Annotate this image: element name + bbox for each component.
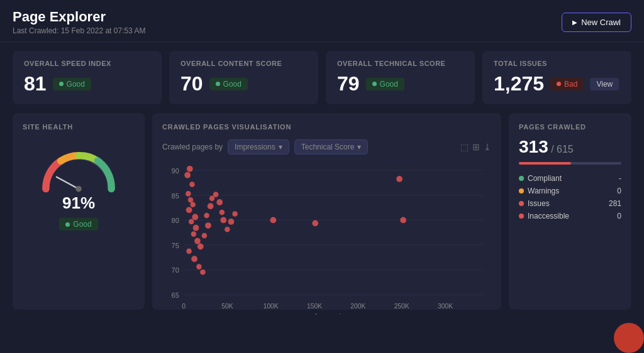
svg-text:70: 70 bbox=[172, 266, 179, 274]
scatter-chart: 90 85 80 75 70 65 0 50K 100K 150K 200K 2 bbox=[162, 160, 491, 315]
svg-point-39 bbox=[202, 233, 208, 239]
dot-speed bbox=[59, 82, 64, 86]
svg-text:80: 80 bbox=[172, 217, 179, 224]
gauge-svg bbox=[31, 140, 126, 197]
stat-val-issues: 281 bbox=[609, 199, 621, 208]
svg-point-48 bbox=[225, 227, 230, 232]
svg-point-36 bbox=[196, 264, 202, 269]
metric-label-speed: OVERALL SPEED INDEX bbox=[24, 60, 150, 67]
chevron-down-icon-1: ▾ bbox=[279, 143, 282, 151]
metric-value-row-content: 70 Good bbox=[180, 72, 307, 95]
svg-point-50 bbox=[232, 211, 238, 217]
svg-point-29 bbox=[192, 214, 198, 220]
expand-icon[interactable]: ⬚ bbox=[460, 142, 469, 152]
pages-progress-bar bbox=[519, 162, 621, 165]
svg-point-31 bbox=[193, 225, 199, 231]
svg-point-24 bbox=[189, 182, 195, 187]
svg-text:150K: 150K bbox=[307, 303, 322, 310]
badge-label-issues: Bad bbox=[564, 80, 577, 89]
metric-content-score: OVERALL CONTENT SCORE 70 Good bbox=[169, 51, 318, 104]
svg-point-46 bbox=[219, 210, 225, 215]
stat-val-inaccessible: 0 bbox=[617, 212, 621, 220]
metric-value-row-speed: 81 Good bbox=[24, 72, 150, 95]
svg-point-38 bbox=[197, 244, 204, 250]
pages-crawled-label: PAGES CRAWLED bbox=[519, 123, 621, 131]
svg-point-37 bbox=[200, 269, 206, 275]
metrics-row: OVERALL SPEED INDEX 81 Good OVERALL CONT… bbox=[0, 42, 644, 113]
gauge-percent: 91% bbox=[62, 193, 95, 213]
technical-score-dropdown[interactable]: Technical Score ▾ bbox=[294, 139, 369, 155]
metric-total-issues: TOTAL ISSUES 1,275 Bad View bbox=[482, 51, 631, 104]
svg-point-40 bbox=[205, 222, 211, 229]
page-header: Page Explorer Last Crawled: 15 Feb 2022 … bbox=[0, 0, 644, 42]
svg-point-25 bbox=[186, 191, 191, 197]
svg-point-53 bbox=[396, 176, 402, 182]
svg-point-52 bbox=[312, 220, 318, 226]
grid-icon[interactable]: ⊞ bbox=[472, 142, 480, 152]
pages-crawled-card: PAGES CRAWLED 313 / 615 Compliant - Warn… bbox=[509, 113, 631, 310]
play-icon: ▶ bbox=[572, 19, 577, 26]
svg-text:250K: 250K bbox=[394, 303, 409, 310]
svg-text:90: 90 bbox=[172, 167, 179, 175]
badge-technical: Good bbox=[366, 78, 404, 90]
metric-technical-score: OVERALL TECHNICAL SCORE 79 Good bbox=[326, 51, 475, 104]
svg-point-27 bbox=[186, 207, 192, 213]
stat-row-warnings: Warnings 0 bbox=[519, 185, 621, 197]
svg-point-35 bbox=[191, 256, 197, 262]
metric-val-speed: 81 bbox=[24, 72, 47, 95]
svg-text:Impressions: Impressions bbox=[315, 312, 352, 315]
svg-point-22 bbox=[184, 172, 191, 178]
svg-point-43 bbox=[209, 195, 215, 201]
crawled-by-label: Crawled pages by bbox=[162, 143, 223, 151]
dot-warnings bbox=[519, 188, 524, 193]
stat-name-compliant: Compliant bbox=[528, 174, 562, 183]
chevron-down-icon-2: ▾ bbox=[357, 143, 361, 151]
metric-val-content: 70 bbox=[180, 72, 203, 95]
vis-icon-group: ⬚ ⊞ ⤓ bbox=[460, 142, 491, 152]
stat-row-inaccessible: Inaccessible 0 bbox=[519, 210, 621, 222]
dot-issues bbox=[557, 82, 561, 86]
site-health-badge: Good bbox=[59, 218, 97, 231]
pages-crawled-total: / 615 bbox=[551, 144, 574, 155]
stats-list: Compliant - Warnings 0 Issues 281 bbox=[519, 172, 621, 222]
technical-score-label: Technical Score bbox=[301, 143, 355, 151]
site-health-label: SITE HEALTH bbox=[23, 123, 73, 131]
svg-point-51 bbox=[270, 217, 276, 223]
dot-issues-stat bbox=[519, 201, 524, 206]
metric-speed-index: OVERALL SPEED INDEX 81 Good bbox=[13, 51, 162, 104]
new-crawl-label: New Crawl bbox=[581, 18, 621, 27]
svg-point-34 bbox=[186, 249, 192, 254]
dot-content bbox=[216, 82, 220, 86]
vis-controls: Crawled pages by Impressions ▾ Technical… bbox=[162, 139, 491, 155]
view-issues-button[interactable]: View bbox=[590, 78, 619, 90]
svg-text:50K: 50K bbox=[221, 303, 233, 310]
dot-inaccessible bbox=[519, 214, 524, 219]
pages-crawled-current: 313 bbox=[519, 137, 548, 156]
svg-text:300K: 300K bbox=[438, 303, 453, 310]
pages-crawled-value-row: 313 / 615 bbox=[519, 137, 621, 157]
impressions-dropdown[interactable]: Impressions ▾ bbox=[228, 139, 289, 155]
download-icon[interactable]: ⤓ bbox=[484, 142, 491, 152]
site-health-badge-label: Good bbox=[73, 220, 91, 229]
avatar[interactable] bbox=[614, 323, 644, 353]
badge-label-content: Good bbox=[223, 80, 242, 89]
new-crawl-button[interactable]: ▶ New Crawl bbox=[562, 13, 631, 32]
metric-val-technical: 79 bbox=[337, 72, 360, 95]
svg-point-54 bbox=[400, 217, 406, 223]
badge-content: Good bbox=[209, 78, 248, 90]
vis-label: CRAWLED PAGES VISUALISATION bbox=[162, 123, 491, 131]
stat-row-issues: Issues 281 bbox=[519, 197, 621, 210]
chart-area: 90 85 80 75 70 65 0 50K 100K 150K 200K 2 bbox=[162, 160, 491, 315]
impressions-label: Impressions bbox=[235, 143, 275, 151]
pages-progress-fill bbox=[519, 162, 571, 165]
svg-point-45 bbox=[216, 199, 223, 205]
svg-point-42 bbox=[208, 203, 214, 209]
metric-label-content: OVERALL CONTENT SCORE bbox=[180, 60, 307, 67]
page-title: Page Explorer bbox=[13, 9, 145, 25]
dot-compliant bbox=[519, 176, 524, 181]
svg-point-1 bbox=[75, 186, 81, 192]
stat-val-compliant: - bbox=[619, 174, 621, 183]
badge-label-speed: Good bbox=[67, 80, 85, 89]
svg-point-47 bbox=[220, 217, 226, 223]
svg-text:0: 0 bbox=[182, 303, 186, 310]
